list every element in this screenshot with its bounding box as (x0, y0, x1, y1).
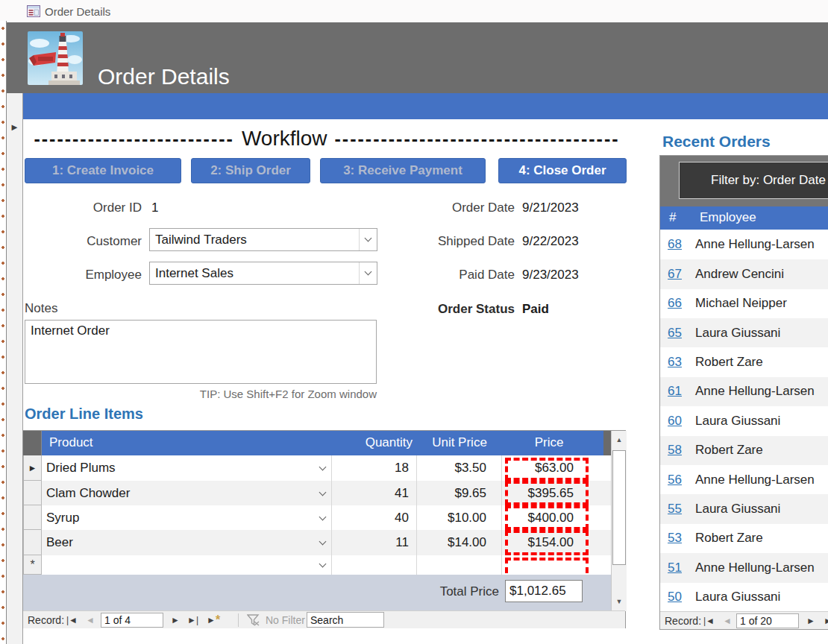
price-cell[interactable]: $400.00 (502, 505, 611, 530)
new-record-selector[interactable]: * (23, 555, 42, 575)
order-link[interactable]: 50 (660, 590, 682, 604)
price-cell[interactable]: $154.00 (502, 530, 611, 555)
unit-price-cell[interactable]: $14.00 (417, 530, 502, 555)
quantity-cell[interactable]: 40 (332, 505, 417, 530)
chevron-down-icon[interactable] (319, 561, 327, 568)
current-record-arrow-icon: ► (10, 121, 19, 133)
list-item: 60Laura Giussani (660, 406, 828, 435)
list-item: 56Anne Hellung-Larsen (660, 465, 828, 494)
unit-price-cell[interactable]: $9.65 (417, 481, 502, 505)
order-link[interactable]: 60 (660, 414, 682, 429)
price-cell-empty[interactable] (502, 555, 611, 575)
order-link[interactable]: 56 (660, 473, 682, 487)
chevron-down-icon[interactable] (319, 464, 327, 471)
recent-orders-header-row: # Employee (660, 206, 828, 230)
row-selector[interactable]: ► (23, 455, 42, 481)
order-link[interactable]: 61 (660, 384, 682, 399)
quantity-cell[interactable]: 41 (332, 481, 417, 505)
order-link[interactable]: 66 (660, 296, 682, 311)
unit-price-cell[interactable]: $10.00 (417, 505, 502, 530)
row-selector[interactable] (23, 481, 42, 505)
record-position[interactable]: 1 of 4 (101, 613, 163, 628)
scrollbar-thumb[interactable] (612, 450, 626, 565)
workflow-dashes-right: ------------------------------------- (335, 128, 620, 150)
next-record-button[interactable]: ► (171, 611, 180, 629)
order-link[interactable]: 53 (660, 531, 682, 546)
price-cell[interactable]: $395.65 (502, 481, 611, 505)
order-details-window: Order Details (0, 0, 828, 644)
list-item: 67Andrew Cencini (660, 259, 828, 288)
first-record-button[interactable]: |◄ (703, 612, 715, 630)
price-cell[interactable]: $63.00 (502, 455, 611, 481)
no-filter-label[interactable]: No Filter (266, 611, 305, 629)
order-link[interactable]: 67 (660, 267, 682, 282)
recent-orders-panel: Filter by: Order Date # Employee 68Anne … (659, 155, 828, 630)
nav-separator (238, 613, 239, 627)
last-record-button[interactable]: ►| (187, 611, 198, 629)
record-label: Record: (28, 611, 64, 629)
subform-header-corner (23, 431, 42, 455)
page-title: Order Details (98, 64, 230, 89)
chevron-down-icon[interactable] (319, 488, 327, 496)
search-input[interactable] (307, 612, 384, 628)
current-record-arrow-icon: ► (28, 463, 37, 473)
product-cell[interactable]: Beer (42, 530, 332, 555)
order-link[interactable]: 65 (660, 326, 682, 341)
scroll-down-button[interactable]: ▼ (612, 593, 627, 610)
customer-value[interactable]: Tailwind Traders (150, 233, 359, 247)
scroll-up-button[interactable]: ▲ (612, 431, 627, 449)
tip-text: TIP: Use Shift+F2 for Zoom window (149, 388, 377, 400)
product-cell[interactable]: Dried Plums (42, 455, 332, 481)
document-tab-bar: Order Details (0, 0, 828, 22)
form-record-selector[interactable] (7, 93, 23, 644)
left-edge-strip (0, 21, 7, 644)
subform-record-nav: Record: |◄ ◄ 1 of 4 ► ►| ►* No Filter (23, 610, 625, 628)
first-record-button[interactable]: |◄ (66, 611, 78, 629)
customer-combo[interactable]: Tailwind Traders (149, 228, 377, 251)
unit-price-cell-empty[interactable] (417, 555, 502, 575)
next-record-button[interactable]: ► (806, 612, 815, 630)
recent-orders-record-nav: Record: |◄ ◄ 1 of 20 ► ►| (660, 611, 828, 629)
new-record-button[interactable]: ►* (207, 611, 220, 629)
order-link[interactable]: 63 (660, 355, 682, 370)
close-order-button[interactable]: 4: Close Order (498, 158, 627, 183)
create-invoice-button[interactable]: 1: Create Invoice (25, 158, 181, 183)
quantity-cell[interactable]: 11 (332, 530, 417, 555)
quantity-cell-empty[interactable] (332, 555, 417, 575)
new-record-star-icon: * (30, 558, 34, 572)
unit-price-cell[interactable]: $3.50 (417, 455, 502, 481)
notes-field[interactable]: Internet Order (25, 320, 377, 384)
order-link[interactable]: 55 (660, 502, 682, 517)
product-cell[interactable]: Syrup (42, 505, 332, 530)
order-id-label: Order ID (25, 201, 142, 215)
product-cell-empty[interactable] (42, 555, 332, 575)
row-selector[interactable] (23, 505, 42, 530)
employee-combo[interactable]: Internet Sales (149, 262, 377, 285)
accent-bar (23, 93, 828, 119)
subform-header-sliver (603, 431, 611, 455)
previous-record-button[interactable]: ◄ (723, 612, 732, 630)
scroll-up-icon: ▲ (616, 436, 623, 443)
receive-payment-button[interactable]: 3: Receive Payment (320, 158, 486, 183)
order-link[interactable]: 58 (660, 443, 682, 458)
subform-header-row: Product Quantity Unit Price Price (42, 431, 603, 455)
previous-record-button[interactable]: ◄ (86, 611, 95, 629)
list-item: 68Anne Hellung-Larsen (660, 230, 828, 259)
table-row: Syrup 40 $10.00 $400.00 (23, 505, 611, 530)
ship-order-button[interactable]: 2: Ship Order (191, 158, 310, 183)
filter-by-box[interactable]: Filter by: Order Date (679, 162, 828, 199)
product-cell[interactable]: Clam Chowder (42, 481, 332, 505)
order-link[interactable]: 68 (660, 237, 682, 252)
record-position[interactable]: 1 of 20 (736, 613, 799, 628)
chevron-down-icon[interactable] (319, 513, 327, 520)
tab-order-details[interactable]: Order Details (45, 5, 110, 18)
order-link[interactable]: 51 (660, 561, 682, 575)
chevron-down-icon[interactable] (319, 538, 327, 546)
last-record-button[interactable]: ►| (824, 612, 828, 630)
table-row: Clam Chowder 41 $9.65 $395.65 (23, 481, 611, 505)
employee-value[interactable]: Internet Sales (150, 266, 359, 281)
subform-scrollbar[interactable]: ▲ ▼ (611, 431, 627, 611)
row-selector[interactable] (23, 530, 42, 555)
total-price-label: Total Price (23, 584, 499, 599)
quantity-cell[interactable]: 18 (332, 455, 417, 481)
